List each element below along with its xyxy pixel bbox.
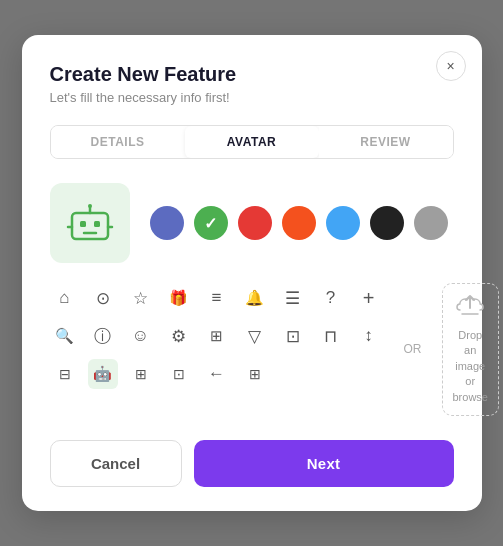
modal-overlay: × Create New Feature Let's fill the nece…	[0, 0, 503, 546]
color-black[interactable]	[370, 206, 404, 240]
upload-icon	[456, 294, 484, 322]
icon-arrow-left[interactable]: ←	[202, 359, 232, 389]
robot-preview-icon	[66, 199, 114, 247]
color-purple[interactable]	[150, 206, 184, 240]
icon-face[interactable]: ☺	[126, 321, 156, 351]
icon-filter[interactable]: ▽	[240, 321, 270, 351]
avatar-section	[50, 183, 454, 263]
modal-container: × Create New Feature Let's fill the nece…	[22, 35, 482, 511]
icon-sliders[interactable]: ≡	[202, 283, 232, 313]
icon-home[interactable]: ⌂	[50, 283, 80, 313]
svg-rect-0	[72, 213, 108, 239]
icon-shield[interactable]: ⊙	[88, 283, 118, 313]
icon-grid: ⌂ ⊙ ☆ 🎁 ≡ 🔔 ☰ ? + 🔍 ⓘ ☺ ⚙ ⊞ ▽ ⊡ ⊓ ↕ ⊟ 🤖	[50, 283, 384, 389]
icon-camera[interactable]: ⊡	[164, 359, 194, 389]
tab-bar: DETAILS AVATAR REVIEW	[50, 125, 454, 159]
icon-gift[interactable]: 🎁	[164, 283, 194, 313]
svg-point-5	[88, 204, 92, 208]
svg-rect-1	[80, 221, 86, 227]
cancel-button[interactable]: Cancel	[50, 440, 182, 487]
icon-sort[interactable]: ↕	[354, 321, 384, 351]
icon-search[interactable]: 🔍	[50, 321, 80, 351]
icon-grid-icon[interactable]: ⊞	[202, 321, 232, 351]
modal-subtitle: Let's fill the necessary info first!	[50, 90, 454, 105]
icon-drop-section: ⌂ ⊙ ☆ 🎁 ≡ 🔔 ☰ ? + 🔍 ⓘ ☺ ⚙ ⊞ ▽ ⊡ ⊓ ↕ ⊟ 🤖	[50, 283, 454, 416]
color-gray[interactable]	[414, 206, 448, 240]
color-red[interactable]	[238, 206, 272, 240]
icon-doc[interactable]: ☰	[278, 283, 308, 313]
icon-info[interactable]: ⓘ	[88, 321, 118, 351]
color-orange[interactable]	[282, 206, 316, 240]
tab-review[interactable]: REVIEW	[319, 126, 453, 158]
or-label: OR	[400, 342, 426, 356]
tab-details[interactable]: DETAILS	[51, 126, 185, 158]
svg-rect-2	[94, 221, 100, 227]
icon-archive[interactable]: ⊡	[278, 321, 308, 351]
color-green[interactable]	[194, 206, 228, 240]
avatar-preview	[50, 183, 130, 263]
modal-title: Create New Feature	[50, 63, 454, 86]
icon-chip[interactable]: ⊞	[126, 359, 156, 389]
icon-folder[interactable]: ⊓	[316, 321, 346, 351]
modal-footer: Cancel Next	[50, 440, 454, 487]
icon-bell[interactable]: 🔔	[240, 283, 270, 313]
drop-zone[interactable]: Drop an image or browse	[442, 283, 499, 416]
icon-dashboard[interactable]: ⊟	[50, 359, 80, 389]
icon-robot[interactable]: 🤖	[88, 359, 118, 389]
icon-apps[interactable]: ⊞	[240, 359, 270, 389]
color-picker	[150, 206, 448, 240]
tab-avatar[interactable]: AVATAR	[185, 126, 319, 158]
drop-zone-text: Drop an image or browse	[453, 328, 488, 405]
close-button[interactable]: ×	[436, 51, 466, 81]
icon-question[interactable]: ?	[316, 283, 346, 313]
icon-star[interactable]: ☆	[126, 283, 156, 313]
color-blue[interactable]	[326, 206, 360, 240]
icon-plus[interactable]: +	[354, 283, 384, 313]
icon-cog[interactable]: ⚙	[164, 321, 194, 351]
next-button[interactable]: Next	[194, 440, 454, 487]
